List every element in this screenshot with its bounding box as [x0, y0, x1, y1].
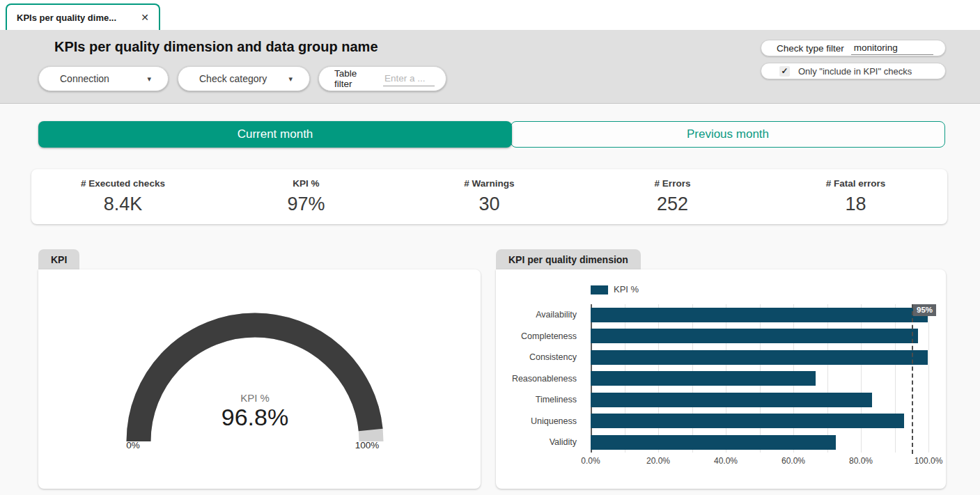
y-axis-labels: AvailabilityCompletenessConsistencyReaso… [496, 304, 584, 453]
kpi-only-checkbox-row[interactable]: ✓ Only "include in KPI" checks [761, 63, 946, 79]
chevron-down-icon: ▾ [288, 74, 293, 84]
gauge-value: 96.8% [123, 404, 387, 431]
document-tabstrip: KPIs per quality dime... ✕ [0, 0, 980, 30]
kpi-gauge-card: KPI % 96.8% 0% 100% [38, 269, 481, 489]
check-category-filter-label: Check category [199, 73, 267, 84]
stat-value: 30 [398, 194, 581, 215]
stat-label: # Warnings [398, 178, 581, 189]
kpi-panel-chip: KPI [38, 249, 79, 269]
y-axis-label: Availability [536, 304, 577, 326]
dashboard-tab-label: KPIs per quality dime... [17, 13, 116, 23]
bar-availability[interactable] [591, 308, 928, 322]
x-axis-tick: 0.0% [563, 456, 619, 466]
y-axis-label: Consistency [529, 347, 577, 368]
stat-label: # Executed checks [31, 178, 215, 189]
summary-stats-card: # Executed checks 8.4K KPI % 97% # Warni… [31, 169, 947, 224]
check-type-filter-input[interactable]: monitoring [851, 42, 933, 55]
reference-line [912, 304, 913, 454]
close-icon[interactable]: ✕ [141, 12, 149, 23]
bar-completeness[interactable] [591, 329, 918, 343]
x-axis-tick: 80.0% [833, 456, 889, 466]
gauge-center-label: KPI % [123, 392, 387, 404]
y-axis-label: Reasonableness [512, 368, 577, 390]
x-axis-tick: 40.0% [698, 456, 754, 466]
table-filter-label: Table filter [334, 68, 376, 89]
gridline [895, 304, 896, 453]
dashboard-tab[interactable]: KPIs per quality dime... ✕ [6, 3, 160, 30]
dimension-chart-card: KPI % AvailabilityCompletenessConsistenc… [496, 269, 946, 489]
reference-line-badge: 95% [913, 304, 936, 316]
y-axis-label: Completeness [521, 326, 577, 347]
gridline [827, 304, 828, 453]
gauge-max-label: 100% [346, 440, 388, 450]
connection-filter-label: Connection [60, 73, 109, 84]
page-title: KPIs per quality dimension and data grou… [54, 39, 378, 55]
x-axis-tick: 60.0% [765, 456, 821, 466]
stat-value: 18 [764, 194, 947, 215]
bar-timeliness[interactable] [591, 393, 872, 407]
y-axis-label: Uniqueness [531, 411, 577, 432]
stat-warnings: # Warnings 30 [398, 169, 581, 224]
gridline [928, 304, 929, 453]
y-axis-label: Timeliness [536, 389, 577, 411]
stat-errors: # Errors 252 [581, 169, 764, 224]
bar-reasonableness[interactable] [591, 371, 816, 386]
stat-label: # Fatal errors [764, 178, 947, 189]
stat-fatal-errors: # Fatal errors 18 [764, 169, 947, 224]
kpi-only-label: Only "include in KPI" checks [798, 66, 912, 77]
tab-previous-month[interactable]: Previous month [511, 121, 945, 148]
stat-value: 97% [215, 194, 398, 215]
checkbox-checked-icon[interactable]: ✓ [779, 66, 790, 77]
dimension-panel-chip: KPI per quality dimension [496, 249, 641, 269]
check-type-filter-label: Check type filter [777, 43, 844, 54]
stat-label: # Errors [581, 178, 764, 189]
bar-uniqueness[interactable] [591, 414, 904, 428]
table-filter-input[interactable]: Enter a ... [383, 72, 435, 86]
tab-current-month[interactable]: Current month [38, 121, 512, 148]
legend-label: KPI % [614, 284, 639, 294]
dashboard-header: KPIs per quality dimension and data grou… [0, 30, 980, 104]
dimension-bar-plot [591, 304, 937, 453]
gauge-min-label: 0% [112, 440, 154, 450]
bar-validity[interactable] [591, 435, 836, 450]
dashboard-viewport: KPIs per quality dime... ✕ KPIs per qual… [0, 0, 980, 495]
x-axis-tick: 20.0% [630, 456, 686, 466]
table-filter-pill: Table filter Enter a ... [318, 66, 446, 91]
check-category-filter-dropdown[interactable]: Check category ▾ [178, 66, 310, 91]
gridline [861, 304, 862, 453]
stat-kpi-percent: KPI % 97% [215, 169, 398, 224]
connection-filter-dropdown[interactable]: Connection ▾ [38, 66, 169, 91]
y-axis-label: Validity [550, 432, 577, 453]
stat-label: KPI % [215, 178, 398, 189]
check-type-filter-pill: Check type filter monitoring [761, 40, 946, 56]
x-axis-tick: 100.0% [901, 456, 956, 466]
stat-executed-checks: # Executed checks 8.4K [31, 169, 215, 224]
legend-swatch [591, 285, 608, 294]
bar-consistency[interactable] [591, 350, 928, 365]
stat-value: 252 [581, 194, 764, 215]
stat-value: 8.4K [31, 194, 215, 215]
chevron-down-icon: ▾ [147, 74, 151, 84]
